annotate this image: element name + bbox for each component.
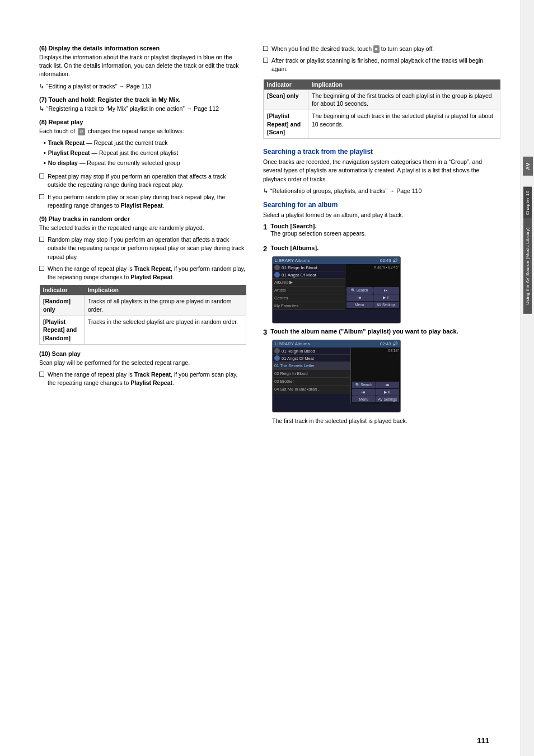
searching-album-section: Searching for an album Select a playlist…	[263, 201, 500, 426]
scan-cell-impl-2: The beginning of each track in the selec…	[308, 110, 500, 139]
step-2-row: 2 Touch [Albums].	[263, 245, 500, 253]
scan-cell-indicator-2: [PlaylistRepeat] and[Scan]	[264, 110, 308, 139]
chapter-tab: Chapter 10	[523, 187, 532, 219]
checkbox-icon-4	[39, 266, 44, 271]
ss2-btn-ff[interactable]: ⏭	[376, 382, 400, 388]
arrow-icon: ↳	[39, 82, 44, 91]
searching-album-text: Select a playlist formed by an album, an…	[263, 211, 500, 219]
ss1-row1: 01 Reign In Blood	[273, 264, 345, 271]
ss2-row2: 01 Angst Of Meat	[273, 355, 350, 362]
bullet-playlist-repeat: • Playlist Repeat — Repeat just the curr…	[44, 149, 246, 158]
av-tab[interactable]: AV	[523, 157, 533, 176]
section-6-text: Displays the information about the track…	[39, 53, 246, 79]
section-9-table: Indicator Implication [Random]only Track…	[39, 285, 246, 344]
scan-cell-indicator-1: [Scan] only	[264, 90, 308, 110]
ss2-btn-play[interactable]: ▶⏸	[376, 389, 400, 396]
searching-playlist-heading: Searching a track from the playlist	[263, 148, 500, 156]
ss2-btn-settings[interactable]: AV Settings	[376, 396, 400, 402]
section-9-note-1: Random play may stop if you perform an o…	[39, 236, 246, 261]
table-row: [PlaylistRepeat] and[Random] Tracks in t…	[40, 316, 246, 344]
table-cell-indicator-1: [Random]only	[40, 295, 85, 316]
ss1-btn-search[interactable]: 🔍 Search	[346, 287, 373, 294]
section-6-ref: ↳ “Editing a playlist or tracks” → Page …	[39, 82, 246, 91]
ss1-row2: 01 Angst Of Meat	[273, 271, 345, 279]
step-3-result: The first track in the selected playlist…	[272, 417, 500, 425]
step-1-heading: Touch [Search].	[270, 223, 316, 229]
arrow-icon-2: ↳	[39, 105, 44, 113]
step-1-number: 1	[263, 223, 267, 231]
step-1-text: The group selection screen appears.	[270, 229, 366, 238]
ss1-nav-favorites[interactable]: My Favorites	[273, 302, 345, 310]
section-10-note-1: When the range of repeat play is Track R…	[39, 370, 246, 387]
checkbox-icon-7	[263, 58, 268, 63]
checkbox-icon-5	[39, 372, 44, 377]
table-header-indicator: Indicator	[40, 285, 85, 295]
ss1-nav-artists[interactable]: Artists	[273, 287, 345, 294]
section-7-heading: (7) Touch and hold: Register the track i…	[39, 96, 246, 103]
searching-playlist-section: Searching a track from the playlist Once…	[263, 148, 500, 195]
screenshot-1: LIBRARY Albums 02:43 🔊 01 Reign In Blood	[272, 256, 401, 323]
ss1-header: LIBRARY Albums 02:43 🔊	[273, 257, 400, 264]
section-10-text: Scan play will be performed for the sele…	[39, 359, 246, 367]
ss2-row1: 01 Reign In Blood	[273, 348, 350, 355]
ss1-btn-settings[interactable]: AV Settings	[373, 302, 400, 308]
step-1-row: 1 Touch [Search]. The group selection sc…	[263, 223, 500, 241]
section-8-heading: (8) Repeat play	[39, 119, 246, 125]
screenshot-2: LIBRARY Albums 02:43 🔊 01 Reign In Blood	[272, 340, 401, 412]
checkbox-icon-1	[39, 173, 44, 179]
step-3-row: 3 Touch the album name ("Album" playlist…	[263, 328, 500, 336]
section-6: (6) Display the details information scre…	[39, 45, 246, 91]
section-8-note-1: Repeat play may stop if you perform an o…	[39, 172, 246, 189]
checkbox-icon-6	[263, 46, 268, 51]
section-8: (8) Repeat play Each touch of ↺ changes …	[39, 119, 246, 210]
scan-table-header-indicator: Indicator	[264, 79, 308, 90]
bullet-track-repeat: • Track Repeat — Repeat just the current…	[44, 139, 246, 148]
section-7-ref: ↳ “Registering a track to “My Mix” playl…	[39, 105, 246, 113]
repeat-icon: ↺	[78, 128, 85, 136]
scan-note-2: After track or playlist scanning is fini…	[263, 57, 500, 73]
table-row: [Random]only Tracks of all playlists in …	[40, 295, 246, 316]
scan-table: Indicator Implication [Scan] only The be…	[263, 79, 500, 139]
scan-note-1: When you find the desired track, touch ■…	[263, 45, 500, 53]
ss2-btn-search[interactable]: 🔍 Search	[352, 382, 376, 388]
ss1-btn-rew[interactable]: ⏮	[346, 294, 373, 301]
ss1-btn-ff[interactable]: ⏭	[373, 287, 400, 294]
ss2-icon1	[274, 348, 280, 354]
table-row: [Scan] only The beginning of the first t…	[264, 90, 500, 110]
table-cell-impl-1: Tracks of all playlists in the group are…	[85, 295, 246, 316]
section-9-text: The selected tracks in the repeated rang…	[39, 224, 246, 232]
section-8-note-2: If you perform random play or scan play …	[39, 193, 246, 210]
ss1-nav-genres[interactable]: Genres	[273, 294, 345, 302]
table-row: [PlaylistRepeat] and[Scan] The beginning…	[264, 110, 500, 139]
ss2-header: LIBRARY Albums 02:43 🔊	[273, 340, 400, 348]
ss1-nav-albums[interactable]: Albums ▶	[273, 279, 345, 287]
section-6-heading: (6) Display the details information scre…	[39, 45, 246, 51]
section-10: (10) Scan play Scan play will be perform…	[39, 350, 246, 388]
scan-table-header-implication: Implication	[308, 79, 500, 90]
section-8-bullets: • Track Repeat — Repeat just the current…	[44, 139, 246, 168]
ss1-btn-play[interactable]: ▶⏸	[373, 294, 400, 301]
table-cell-impl-2: Tracks in the selected playlist are play…	[85, 316, 246, 344]
ss2-btn-menu[interactable]: Menu	[352, 396, 376, 402]
ss2-track4[interactable]: 04 Set Me In Backdraft ...	[273, 386, 350, 393]
section-7: (7) Touch and hold: Register the track i…	[39, 96, 246, 113]
step-3-number: 3	[263, 328, 267, 336]
ss2-time: 03'18"	[352, 349, 399, 353]
right-column: When you find the desired track, touch ■…	[257, 45, 517, 431]
ss2-track1[interactable]: 01 The Secrets Letter	[273, 362, 350, 370]
arrow-icon-3: ↳	[263, 187, 268, 195]
table-cell-indicator-2: [PlaylistRepeat] and[Random]	[40, 316, 85, 344]
section-9: (9) Play tracks in random order The sele…	[39, 215, 246, 345]
step-3-heading: Touch the album name ("Album" playlist) …	[270, 328, 458, 335]
section-8-text: Each touch of ↺ changes the repeat range…	[39, 127, 246, 135]
section-10-heading: (10) Scan play	[39, 350, 246, 357]
checkbox-icon-3	[39, 237, 44, 242]
ss2-track3[interactable]: 03 Brother	[273, 378, 350, 386]
scan-cell-impl-1: The beginning of the first tracks of eac…	[308, 90, 500, 110]
step-2-number: 2	[263, 245, 267, 253]
ss2-track2[interactable]: 02 Reign In Blood	[273, 370, 350, 378]
ss1-icon1	[274, 265, 280, 270]
ss2-btn-rew[interactable]: ⏮	[352, 389, 376, 396]
searching-playlist-ref: ↳ “Relationship of groups, playlists, an…	[263, 187, 500, 195]
ss1-btn-menu[interactable]: Menu	[346, 302, 373, 308]
